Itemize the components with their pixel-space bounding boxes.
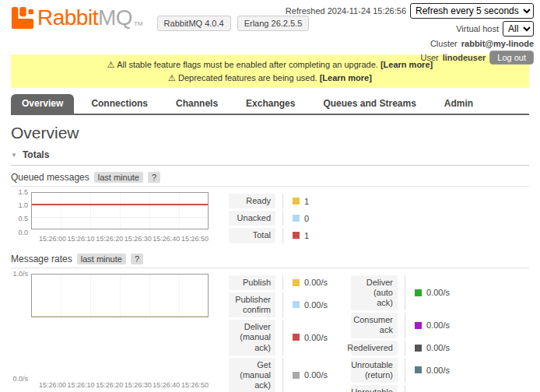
y-tick: 0.0/s xyxy=(12,375,28,383)
unroutable-return-color-chip xyxy=(415,366,422,373)
queued-help-icon[interactable]: ? xyxy=(148,172,160,183)
consumer-ack-color-chip xyxy=(415,322,422,329)
legend-row-redelivered: Redelivered 0.00/s xyxy=(351,341,450,355)
message-rates-label: Message rates xyxy=(11,254,72,264)
get-manual-ack-color-chip xyxy=(293,372,300,379)
total-color-chip xyxy=(293,232,300,239)
legend-value: 1 xyxy=(304,197,309,206)
rates-chart-x-axis: 15:26:00 15:26:10 15:26:20 15:26:30 15:2… xyxy=(31,379,209,392)
tab-overview[interactable]: Overview xyxy=(11,94,74,114)
refreshed-timestamp: Refreshed 2024-11-24 15:26:56 xyxy=(286,6,406,16)
page-title: Overview xyxy=(11,124,529,142)
tab-connections[interactable]: Connections xyxy=(80,94,159,114)
publish-color-chip xyxy=(293,279,300,286)
legend-row-ready: Ready 1 xyxy=(229,194,309,208)
legend-value: 0 xyxy=(304,214,309,223)
user-name: linodeuser xyxy=(443,53,486,62)
legend-label: Unroutable (return) xyxy=(351,358,398,383)
legend-label: Deliver (manual ack) xyxy=(229,320,275,355)
x-tick: 15:26:20 xyxy=(96,235,123,246)
message-rates-chart xyxy=(31,274,209,317)
tab-exchanges[interactable]: Exchanges xyxy=(235,94,306,114)
unacked-color-chip xyxy=(293,215,300,222)
legend-value: 0.00/s xyxy=(304,333,328,342)
redelivered-color-chip xyxy=(415,345,422,352)
queued-chart-x-axis: 15:26:00 15:26:10 15:26:20 15:26:30 15:2… xyxy=(31,233,209,246)
legend-row-unroutable-return: Unroutable (return) 0.00/s xyxy=(351,358,450,383)
queued-messages-chart xyxy=(31,192,209,229)
rabbitmq-logo[interactable]: RabbitMQ TM xyxy=(11,6,143,30)
legend-value: 0.00/s xyxy=(304,278,328,287)
main-nav-tabs: Overview Connections Channels Exchanges … xyxy=(11,94,529,115)
legend-row-get-manual-ack: Get (manual ack) 0.00/s xyxy=(229,358,328,392)
message-rates-legend: Publish 0.00/s Publisher confirm 0.00/s … xyxy=(229,274,450,392)
x-tick: 15:26:10 xyxy=(68,381,95,392)
x-tick: 15:26:50 xyxy=(181,381,209,392)
x-tick: 15:26:30 xyxy=(124,235,152,246)
refresh-interval-select[interactable]: Refresh every 5 seconds xyxy=(410,3,534,19)
x-tick: 15:26:20 xyxy=(96,381,123,392)
publisher-confirm-color-chip xyxy=(293,301,300,308)
header: RabbitMQ TM RabbitMQ 4.0.4 Erlang 26.2.5… xyxy=(0,0,540,53)
legend-row-deliver-auto-ack: Deliver (auto ack) 0.00/s xyxy=(351,275,450,311)
deprecated-learn-more-link[interactable]: [Learn more] xyxy=(320,73,372,82)
brand-wordmark: RabbitMQ xyxy=(37,7,132,29)
totals-section-toggle[interactable]: ▼ Totals xyxy=(11,148,529,166)
deprecated-features-warning: ⚠ Deprecated features are being used. [L… xyxy=(17,72,523,85)
tab-channels[interactable]: Channels xyxy=(165,94,229,114)
tab-queues-and-streams[interactable]: Queues and Streams xyxy=(312,94,426,114)
legend-label: Unroutable (drop) xyxy=(351,385,398,392)
x-tick: 15:26:40 xyxy=(153,235,180,246)
legend-value: 0.00/s xyxy=(426,366,450,375)
x-tick: 15:26:40 xyxy=(153,381,180,392)
queued-messages-chart-block: 1.5 1.0 0.5 0.0 15:26:00 15:26:10 15:26:… xyxy=(11,192,529,246)
rates-help-icon[interactable]: ? xyxy=(131,254,143,264)
trademark-label: TM xyxy=(134,20,143,30)
x-tick: 15:26:10 xyxy=(68,235,95,246)
legend-label: Consumer ack xyxy=(351,313,398,338)
brand-mq: MQ xyxy=(98,5,132,30)
y-tick: 0.5 xyxy=(18,215,28,222)
brand-rabbit: Rabbit xyxy=(37,5,98,30)
zero-rate-line xyxy=(32,316,208,317)
legend-row-unacked: Unacked 0 xyxy=(229,211,309,226)
legend-label: Unacked xyxy=(229,211,275,226)
tab-admin[interactable]: Admin xyxy=(433,94,484,114)
legend-label: Publish xyxy=(229,275,275,290)
legend-label: Get (manual ack) xyxy=(229,358,275,392)
deliver-manual-ack-color-chip xyxy=(293,334,300,341)
log-out-button[interactable]: Log out xyxy=(489,51,534,65)
legend-label: Ready xyxy=(229,194,275,208)
legend-row-total: Total 1 xyxy=(229,228,309,243)
legend-value: 0.00/s xyxy=(304,300,328,310)
virtual-host-select[interactable]: All xyxy=(503,21,534,37)
virtual-host-label: Virtual host xyxy=(456,24,499,33)
rates-chart-y-axis: 1.0/s 0.0/s xyxy=(11,274,31,379)
legend-row-publish: Publish 0.00/s xyxy=(229,275,328,290)
y-tick: 1.0 xyxy=(18,201,28,209)
x-tick: 15:26:00 xyxy=(39,235,66,246)
queued-messages-header: Queued messages last minute ? xyxy=(11,166,529,187)
queued-period-badge[interactable]: last minute xyxy=(94,172,143,183)
x-tick: 15:26:30 xyxy=(124,381,152,392)
message-rates-chart-block: 1.0/s 0.0/s 15:26:00 15:26:10 15:26:20 1… xyxy=(11,274,529,392)
legend-value: 1 xyxy=(304,231,309,240)
deliver-auto-ack-color-chip xyxy=(415,289,422,296)
legend-row-publisher-confirm: Publisher confirm 0.00/s xyxy=(229,292,328,317)
user-label: User xyxy=(420,53,438,62)
overview-page: Overview ▼ Totals Queued messages last m… xyxy=(0,115,540,392)
queued-chart-y-axis: 1.5 1.0 0.5 0.0 xyxy=(11,192,31,233)
legend-row-unroutable-drop: Unroutable (drop) 0.00/s xyxy=(351,385,450,392)
rabbitmq-logo-icon xyxy=(11,6,34,30)
x-tick: 15:26:50 xyxy=(181,235,209,246)
ready-color-chip xyxy=(293,198,300,205)
rates-period-badge[interactable]: last minute xyxy=(77,254,126,264)
rabbitmq-version-badge: RabbitMQ 4.0.4 xyxy=(157,16,231,31)
message-rates-header: Message rates last minute ? xyxy=(11,247,529,268)
rates-legend-left-column: Publish 0.00/s Publisher confirm 0.00/s … xyxy=(229,275,328,392)
legend-value: 0.00/s xyxy=(426,288,450,297)
queued-messages-label: Queued messages xyxy=(11,172,89,183)
header-status-panel: Refreshed 2024-11-24 15:26:56 Refresh ev… xyxy=(286,3,534,67)
legend-label: Deliver (auto ack) xyxy=(351,275,398,311)
legend-value: 0.00/s xyxy=(304,370,328,380)
